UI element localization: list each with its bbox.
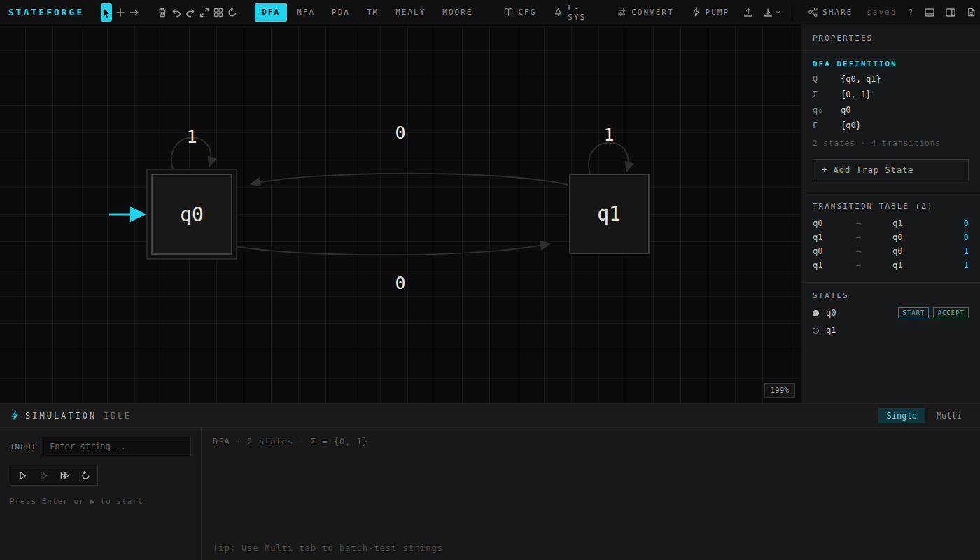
pump-button[interactable]: PUMP (684, 4, 737, 22)
transition-q1-q0[interactable] (251, 174, 568, 185)
fast-forward-button[interactable] (57, 468, 72, 482)
convert-button[interactable]: CONVERT (610, 4, 680, 22)
simulation-output-column: DFA · 2 states · Σ = {0, 1} Tip: Use Mul… (202, 428, 980, 560)
upload-button[interactable] (739, 4, 757, 22)
tab-pda[interactable]: PDA (325, 4, 357, 22)
definition-row: Σ {0, 1} (813, 90, 969, 99)
upload-icon (743, 7, 754, 18)
states-title: STATES (813, 291, 969, 300)
reset-view-icon (227, 7, 238, 18)
self-loop-q1[interactable] (589, 142, 628, 174)
simulation-header: SIMULATION IDLE Single Multi (0, 403, 980, 427)
state-list-item-q1[interactable]: q1 (813, 326, 969, 335)
zap-icon (10, 411, 20, 421)
edge-label-bottom: 0 (395, 273, 405, 293)
fit-view-icon (199, 7, 210, 18)
transition-table-section: TRANSITION TABLE (Δ) q0 → q1 0 q1 → q0 0… (802, 193, 980, 282)
reset-simulation-button[interactable] (78, 468, 93, 482)
state-q1[interactable]: q1 (570, 174, 649, 253)
edge-label-top: 0 (395, 122, 405, 143)
state-dot-filled (813, 310, 819, 316)
saved-status: saved (867, 8, 897, 17)
tab-tm[interactable]: TM (360, 4, 386, 22)
tab-single[interactable]: Single (878, 408, 925, 424)
accept-badge: ACCEPT (933, 307, 969, 318)
properties-panel: PROPERTIES DFA DEFINITION Q {q0, q1} Σ {… (801, 25, 980, 403)
redo-button[interactable] (185, 4, 196, 22)
auto-layout-icon (213, 7, 224, 18)
loop-label-q1: 1 (603, 125, 614, 145)
tab-lsys[interactable]: L-SYS (546, 4, 593, 22)
arrow-right-icon: → (856, 244, 892, 258)
zap-icon (691, 7, 701, 18)
definition-row: F {q0} (813, 120, 969, 130)
simulation-input[interactable] (43, 437, 191, 456)
fast-forward-icon (59, 470, 70, 481)
transition-row[interactable]: q0 → q1 0 (813, 216, 969, 230)
step-button[interactable] (36, 468, 51, 482)
panel-right-icon (945, 7, 956, 18)
trash-icon (157, 7, 168, 18)
toggle-bottom-panel-button[interactable] (920, 4, 939, 22)
simulation-panel: INPUT Press Enter or ▶ to start DFA · 2 … (0, 427, 980, 560)
input-label: INPUT (10, 442, 36, 451)
help-button[interactable]: ? (908, 8, 913, 18)
divider (792, 6, 792, 19)
cursor-tool-button[interactable] (101, 4, 112, 22)
undo-icon (171, 7, 182, 18)
panel-title: PROPERTIES (802, 25, 980, 51)
undo-button[interactable] (171, 4, 182, 22)
transition-q0-q1[interactable] (235, 244, 550, 255)
download-button[interactable] (760, 4, 783, 22)
transition-row[interactable]: q1 → q1 1 (813, 258, 969, 272)
tab-dfa[interactable]: DFA (255, 4, 287, 22)
tab-nfa[interactable]: NFA (290, 4, 322, 22)
start-hint: Press Enter or ▶ to start (10, 497, 191, 506)
definition-row: q₀ q0 (813, 105, 969, 115)
fit-view-button[interactable] (199, 4, 210, 22)
toolbar-right-cluster: SHARE saved ? (738, 4, 980, 22)
step-icon (38, 470, 49, 481)
start-arrow (109, 206, 152, 222)
dfa-definition-section: DFA DEFINITION Q {q0, q1} Σ {0, 1} q₀ q0… (802, 51, 980, 158)
reset-view-button[interactable] (227, 4, 238, 22)
export-file-button[interactable] (962, 4, 980, 22)
share-icon (808, 7, 818, 18)
convert-swap-icon (617, 7, 627, 18)
add-trap-state-button[interactable]: + Add Trap State (813, 159, 969, 181)
add-state-icon (115, 7, 126, 18)
tab-cfg[interactable]: CFG (496, 4, 543, 22)
simulation-controls-column: INPUT Press Enter or ▶ to start (0, 428, 202, 560)
download-icon (762, 7, 774, 18)
automaton-canvas[interactable]: q0 q1 1 1 0 0 199% (0, 25, 801, 403)
loop-label-q0: 1 (186, 127, 197, 147)
panel-bottom-icon (924, 7, 935, 18)
state-q1-label: q1 (597, 202, 621, 225)
add-transition-icon (129, 7, 140, 18)
tab-multi[interactable]: Multi (928, 408, 970, 424)
arrow-right-icon: → (856, 230, 892, 244)
play-button[interactable] (15, 468, 30, 482)
simulation-title: SIMULATION (25, 411, 97, 421)
transition-row[interactable]: q0 → q0 1 (813, 244, 969, 258)
tip-text: Tip: Use Multi tab to batch-test strings (213, 543, 969, 553)
add-transition-button[interactable] (129, 4, 140, 22)
auto-layout-button[interactable] (213, 4, 224, 22)
app-logo: STATEFORGE (8, 7, 84, 18)
cursor-icon (101, 7, 112, 18)
transition-row[interactable]: q1 → q0 0 (813, 230, 969, 244)
share-button[interactable]: SHARE (801, 4, 860, 22)
state-list-item-q0[interactable]: q0 START ACCEPT (813, 307, 969, 318)
toggle-right-panel-button[interactable] (941, 4, 960, 22)
play-icon (18, 470, 28, 481)
state-q0-label: q0 (180, 203, 204, 226)
delete-button[interactable] (157, 4, 168, 22)
playback-controls (10, 465, 98, 486)
tab-mealy[interactable]: MEALY (388, 4, 433, 22)
file-icon (966, 7, 976, 18)
definition-summary: 2 states · 4 transitions (813, 139, 969, 148)
automaton-diagram: q0 q1 1 1 0 0 (0, 25, 801, 403)
add-state-button[interactable] (115, 4, 126, 22)
tab-moore[interactable]: MOORE (435, 4, 479, 22)
state-q0[interactable]: q0 (147, 169, 237, 259)
